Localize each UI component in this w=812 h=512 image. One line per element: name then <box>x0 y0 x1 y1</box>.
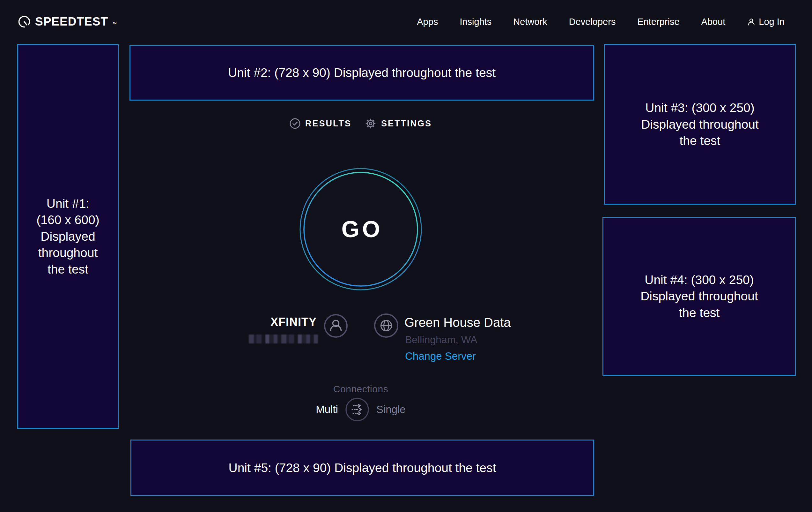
isp-avatar-icon <box>324 314 348 338</box>
ad-unit-3: Unit #3: (300 x 250) Displayed throughou… <box>604 44 796 205</box>
ad-line: Unit #1: <box>36 195 99 212</box>
tab-settings[interactable]: SETTINGS <box>365 118 432 129</box>
connections-toggle-row: Multi Single <box>119 397 603 422</box>
login-button[interactable]: Log In <box>747 17 785 27</box>
check-circle-icon <box>290 118 300 129</box>
ad-unit-3-text: Unit #3: (300 x 250) Displayed throughou… <box>641 100 759 149</box>
connections-multi-option[interactable]: Multi <box>316 403 338 415</box>
ad-line: Displayed throughout <box>641 116 759 132</box>
go-button[interactable]: GO <box>297 165 425 293</box>
isp-redacted-address <box>249 334 318 344</box>
nav-item-about[interactable]: About <box>701 17 726 27</box>
ad-line: the test <box>641 132 759 149</box>
ad-unit-1: Unit #1: (160 x 600) Displayed throughou… <box>17 44 119 429</box>
server-location: Bellingham, WA <box>405 334 477 346</box>
nav-item-insights[interactable]: Insights <box>460 17 491 27</box>
ad-line: (160 x 600) <box>36 212 99 228</box>
nav-item-apps[interactable]: Apps <box>417 17 438 27</box>
nav-item-enterprise[interactable]: Enterprise <box>637 17 679 27</box>
ad-line: the test <box>36 261 99 277</box>
nav-item-network[interactable]: Network <box>513 17 547 27</box>
tab-results[interactable]: RESULTS <box>290 118 351 129</box>
trademark-mark: ™ <box>113 21 117 26</box>
isp-name: XFINITY <box>119 315 317 329</box>
globe-icon <box>374 313 399 338</box>
ad-line: Displayed throughout <box>640 288 758 304</box>
nav-item-developers[interactable]: Developers <box>569 17 616 27</box>
server-name: Green House Data <box>404 315 511 330</box>
tab-results-label: RESULTS <box>305 119 351 129</box>
user-icon <box>747 18 756 26</box>
connections-single-option[interactable]: Single <box>376 403 406 415</box>
speed-test-panel: RESULTS <box>119 44 603 512</box>
login-label: Log In <box>759 17 785 27</box>
brand-name: SPEEDTEST <box>35 15 108 28</box>
ad-unit-1-text: Unit #1: (160 x 600) Displayed throughou… <box>36 195 99 277</box>
header: SPEEDTEST ™ Apps Insights Network Develo… <box>0 0 812 44</box>
tabs-row: RESULTS <box>119 116 603 131</box>
main-nav: Apps Insights Network Developers Enterpr… <box>417 17 785 27</box>
ad-line: Unit #4: (300 x 250) <box>640 272 758 288</box>
ad-unit-4-text: Unit #4: (300 x 250) Displayed throughou… <box>640 272 758 321</box>
ad-line: throughout <box>36 244 99 261</box>
change-server-link[interactable]: Change Server <box>405 350 476 362</box>
speedtest-logo[interactable]: SPEEDTEST ™ <box>18 15 117 28</box>
ad-unit-4: Unit #4: (300 x 250) Displayed throughou… <box>603 217 796 376</box>
speedtest-page: SPEEDTEST ™ Apps Insights Network Develo… <box>0 0 812 512</box>
connections-toggle-icon[interactable] <box>345 397 369 422</box>
gear-icon <box>365 118 376 129</box>
ad-line: Displayed <box>36 228 99 244</box>
gauge-icon <box>18 15 31 28</box>
ad-line: the test <box>640 304 758 321</box>
tab-settings-label: SETTINGS <box>381 119 432 129</box>
ad-line: Unit #3: (300 x 250) <box>641 100 759 116</box>
connections-label: Connections <box>119 384 603 395</box>
go-label: GO <box>297 165 425 293</box>
